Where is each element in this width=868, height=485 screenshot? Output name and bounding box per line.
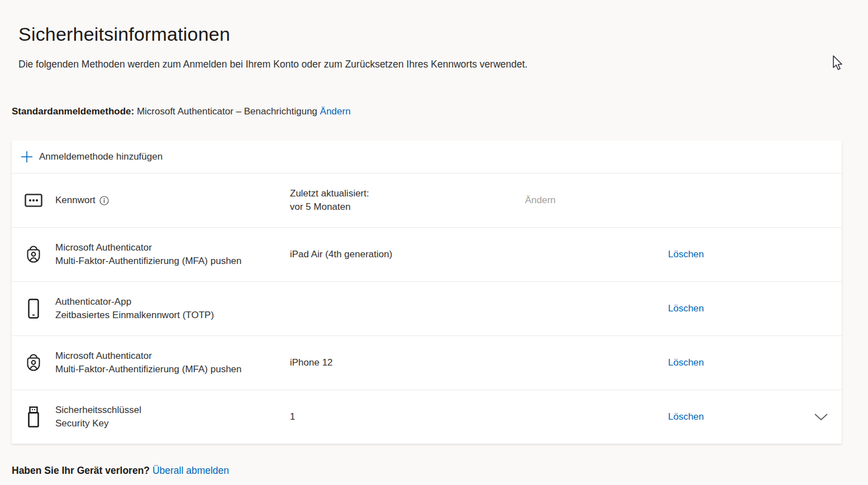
authenticator-lock-icon [25, 244, 42, 265]
method-detail: iPad Air (4th generation) [290, 248, 525, 261]
method-subtitle: Security Key [55, 417, 290, 430]
info-icon[interactable] [99, 196, 109, 205]
method-detail-line1: Zuletzt aktualisiert: [290, 187, 525, 200]
page-title: Sicherheitsinformationen [18, 23, 868, 45]
method-row-security-key: Sicherheitsschlüssel Security Key 1 Lösc… [12, 390, 842, 444]
add-method-button[interactable]: Anmeldemethode hinzufügen [12, 141, 842, 173]
usb-key-icon [27, 406, 40, 428]
add-method-label: Anmeldemethode hinzufügen [39, 151, 163, 162]
lost-device-line: Haben Sie Ihr Gerät verloren? Überall ab… [12, 465, 229, 477]
page-header: Sicherheitsinformationen Die folgenden M… [0, 0, 868, 70]
method-name: Sicherheitsschlüssel [55, 404, 290, 417]
lost-device-question: Haben Sie Ihr Gerät verloren? [12, 465, 150, 476]
security-methods-card: Anmeldemethode hinzufügen Kennwort Z [12, 141, 842, 444]
method-row-authenticator-iphone: Microsoft Authenticator Multi-Faktor-Aut… [12, 335, 842, 390]
delete-link[interactable]: Löschen [668, 303, 704, 314]
method-name: Microsoft Authenticator [55, 241, 290, 254]
password-icon [25, 194, 42, 207]
mouse-cursor [831, 55, 845, 71]
delete-link[interactable]: Löschen [668, 411, 704, 422]
method-row-authenticator-app: Authenticator-App Zeitbasiertes Einmalke… [12, 281, 842, 335]
page-subtitle: Die folgenden Methoden werden zum Anmeld… [18, 59, 868, 70]
plus-icon [21, 151, 33, 163]
method-detail: iPhone 12 [290, 356, 525, 369]
sign-out-everywhere-link[interactable]: Überall abmelden [152, 465, 229, 476]
phone-icon [28, 299, 39, 319]
change-action-disabled: Ändern [525, 195, 556, 205]
default-method-change-link[interactable]: Ändern [320, 106, 351, 117]
default-method-line: Standardanmeldemethode: Microsoft Authen… [12, 106, 868, 117]
method-name: Microsoft Authenticator [55, 349, 290, 363]
method-subtitle: Multi-Faktor-Authentifizierung (MFA) pus… [55, 254, 290, 268]
method-detail-line2: vor 5 Monaten [290, 200, 525, 214]
authenticator-lock-icon [25, 353, 42, 373]
method-subtitle: Zeitbasiertes Einmalkennwort (TOTP) [55, 309, 290, 322]
method-row-authenticator-ipad: Microsoft Authenticator Multi-Faktor-Aut… [12, 227, 842, 281]
method-row-password: Kennwort Zuletzt aktualisiert: vor 5 Mon… [12, 173, 842, 227]
method-name: Authenticator-App [55, 295, 290, 309]
method-subtitle: Multi-Faktor-Authentifizierung (MFA) pus… [55, 363, 290, 376]
default-method-label: Standardanmeldemethode: [12, 106, 134, 117]
method-detail: 1 [290, 410, 525, 424]
method-name: Kennwort [55, 194, 96, 207]
delete-link[interactable]: Löschen [668, 249, 704, 260]
expand-row-button[interactable] [800, 413, 842, 421]
chevron-down-icon [814, 413, 828, 421]
delete-link[interactable]: Löschen [668, 357, 704, 368]
default-method-value: Microsoft Authenticator – Benachrichtigu… [137, 106, 317, 117]
